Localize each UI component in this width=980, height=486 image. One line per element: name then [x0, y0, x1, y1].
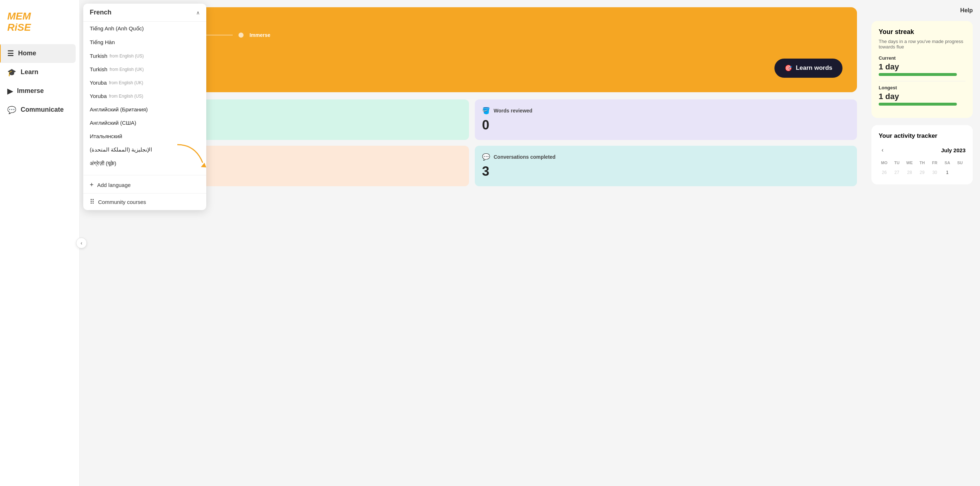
stat-conversations-header: 💬 Conversations completed — [482, 153, 850, 161]
calendar-month-label: July 2023 — [941, 147, 966, 153]
streak-longest-value: 1 day — [879, 92, 966, 101]
cal-header-mo: MO — [879, 159, 890, 166]
cal-day-28: 28 — [904, 168, 915, 177]
dropdown-item-5-sub: from English (US) — [109, 94, 143, 99]
stat-words-reviewed-label: Words reviewed — [494, 108, 532, 114]
dropdown-item-9-label: الإنجليزية (المملكة المتحدة) — [90, 146, 152, 153]
dropdown-item-11[interactable]: 英語（美国） — [83, 170, 206, 173]
community-icon: ⠿ — [90, 198, 94, 206]
learn-words-button[interactable]: 🎯 Learn words — [775, 59, 843, 78]
activity-tracker-card: Your activity tracker ‹ July 2023 MO TU … — [872, 125, 973, 184]
dropdown-item-3-sub: from English (UK) — [110, 67, 144, 72]
dropdown-item-8-label: Итальянский — [90, 133, 123, 139]
dropdown-item-2-label: Turkish — [90, 53, 108, 59]
streak-current-bar — [879, 73, 957, 76]
stat-conversations-value: 3 — [482, 164, 850, 179]
add-language-label: Add language — [97, 182, 131, 188]
dropdown-item-6[interactable]: Английский (Британия) — [83, 103, 206, 116]
progress-line-2 — [204, 35, 233, 35]
plus-icon: + — [90, 181, 94, 189]
cal-header-fr: FR — [929, 159, 940, 166]
right-panel: Help Your streak The days in a row you'v… — [864, 0, 980, 486]
calendar-prev-button[interactable]: ‹ — [879, 145, 886, 155]
step-immerse-label: Immerse — [249, 32, 270, 38]
sidebar-item-learn[interactable]: 🎓 Learn — [0, 63, 76, 82]
stat-conversations: 💬 Conversations completed 3 — [475, 146, 857, 186]
dropdown-item-5[interactable]: Yoruba from English (US) — [83, 89, 206, 103]
speech-bubble-icon: 💬 — [482, 153, 490, 161]
streak-longest-bar — [879, 103, 957, 106]
streak-longest-label: Longest — [879, 85, 966, 91]
cal-header-sa: SA — [942, 159, 953, 166]
streak-current-label: Current — [879, 55, 966, 61]
sidebar-item-immerse[interactable]: ▶ Immerse — [0, 82, 76, 100]
step-immerse: Immerse — [249, 32, 270, 38]
immerse-icon: ▶ — [7, 87, 13, 95]
activity-tracker-title: Your activity tracker — [879, 132, 966, 140]
main-content: French ∧ Tiếng Anh (Anh Quốc) Tiếng Hàn … — [80, 0, 864, 486]
sidebar-toggle-button[interactable]: ‹ — [76, 238, 87, 248]
community-courses-button[interactable]: ⠿ Community courses — [83, 193, 206, 210]
calendar-grid: MO TU WE TH FR SA SU 26 27 28 29 30 1 — [879, 159, 966, 177]
dropdown-item-10-label: अंग्रेज़ी (यूके) — [90, 160, 116, 167]
streak-description: The days in a row you've made progress t… — [879, 39, 966, 49]
step-dot-2 — [239, 33, 243, 38]
help-label: Help — [960, 7, 973, 13]
cal-day-30: 30 — [929, 168, 940, 177]
sidebar-item-home[interactable]: ☰ Home — [0, 44, 76, 63]
cal-day-29: 29 — [917, 168, 928, 177]
sidebar-item-learn-label: Learn — [21, 68, 38, 76]
learn-icon: 🎓 — [7, 68, 16, 77]
community-courses-label: Community courses — [98, 199, 146, 205]
cal-day-27: 27 — [891, 168, 902, 177]
dropdown-item-6-label: Английский (Британия) — [90, 106, 148, 113]
logo: MEM RiSE — [0, 7, 79, 44]
dropdown-item-2-sub: from English (US) — [110, 54, 144, 59]
learn-words-label: Learn words — [796, 64, 832, 71]
dropdown-item-1-label: Tiếng Hàn — [90, 39, 115, 46]
help-link[interactable]: Help — [872, 7, 973, 14]
cal-header-th: TH — [917, 159, 928, 166]
dropdown-title: French — [90, 9, 111, 16]
sidebar-item-immerse-label: Immerse — [17, 87, 44, 95]
dropdown-list[interactable]: Tiếng Anh (Anh Quốc) Tiếng Hàn Turkish f… — [83, 22, 206, 173]
progress-bar: Learn Difficult Words Immerse — [97, 32, 847, 38]
streak-longest: Longest 1 day — [879, 85, 966, 106]
dropdown-item-8[interactable]: Итальянский — [83, 129, 206, 143]
streak-current-value: 1 day — [879, 62, 966, 71]
dropdown-item-5-label: Yoruba — [90, 93, 107, 99]
streak-card: Your streak The days in a row you've mad… — [872, 21, 973, 118]
streak-title: Your streak — [879, 28, 966, 36]
sidebar-item-communicate-label: Communicate — [21, 106, 64, 114]
sidebar-item-communicate[interactable]: 💬 Communicate — [0, 100, 76, 119]
calendar-header: ‹ July 2023 — [879, 145, 966, 155]
cal-header-tu: TU — [891, 159, 902, 166]
activities-label: activities for today: — [97, 17, 847, 25]
dropdown-item-3[interactable]: Turkish from English (UK) — [83, 63, 206, 76]
dropdown-item-0-label: Tiếng Anh (Anh Quốc) — [90, 25, 144, 32]
dropdown-item-7[interactable]: Английский (США) — [83, 116, 206, 129]
dropdown-item-7-label: Английский (США) — [90, 120, 137, 126]
cal-day-1: 1 — [942, 168, 953, 177]
dropdown-item-4-label: Yoruba — [90, 79, 107, 86]
dropdown-item-4[interactable]: Yoruba from English (UK) — [83, 76, 206, 89]
dropdown-item-2[interactable]: Turkish from English (US) — [83, 49, 206, 63]
dropdown-item-9[interactable]: الإنجليزية (المملكة المتحدة) — [83, 143, 206, 157]
dropdown-header[interactable]: French ∧ — [83, 4, 206, 22]
learn-words-icon: 🎯 — [784, 64, 792, 72]
dropdown-item-10[interactable]: अंग्रेज़ी (यूके) — [83, 157, 206, 170]
cal-day-26: 26 — [879, 168, 890, 177]
stat-words-reviewed-value: 0 — [482, 118, 850, 133]
language-dropdown[interactable]: French ∧ Tiếng Anh (Anh Quốc) Tiếng Hàn … — [83, 4, 206, 210]
streak-divider — [879, 81, 966, 81]
home-icon: ☰ — [7, 49, 14, 58]
dropdown-item-0[interactable]: Tiếng Anh (Anh Quốc) — [83, 22, 206, 35]
dropdown-item-3-label: Turkish — [90, 66, 108, 72]
cal-header-we: WE — [904, 159, 915, 166]
stat-conversations-label: Conversations completed — [494, 154, 555, 160]
cal-header-su: SU — [954, 159, 966, 166]
streak-current: Current 1 day — [879, 55, 966, 76]
add-language-button[interactable]: + Add language — [83, 177, 206, 193]
logo-text: MEM RiSE — [7, 11, 72, 33]
dropdown-item-1[interactable]: Tiếng Hàn — [83, 35, 206, 49]
